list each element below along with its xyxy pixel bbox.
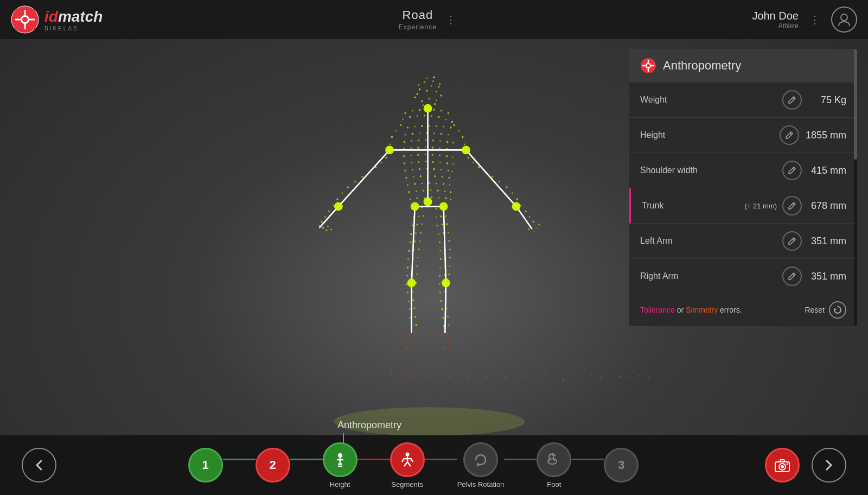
svg-point-253 <box>447 316 449 318</box>
athlete-info: John Doe Athlete <box>752 10 799 30</box>
step-3-button[interactable]: 3 <box>604 448 639 483</box>
step-2-button[interactable]: 2 <box>256 448 290 483</box>
svg-point-183 <box>410 242 411 243</box>
svg-point-310 <box>639 375 641 377</box>
svg-point-300 <box>543 375 545 377</box>
svg-point-293 <box>476 379 478 381</box>
svg-point-258 <box>442 340 444 342</box>
svg-point-298 <box>524 376 526 378</box>
svg-point-279 <box>424 198 432 206</box>
svg-point-85 <box>439 155 441 156</box>
svg-point-259 <box>448 340 449 341</box>
right-arm-edit-button[interactable] <box>782 266 802 286</box>
athlete-menu-dots[interactable]: ⋮ <box>809 13 820 26</box>
svg-point-164 <box>416 198 418 200</box>
svg-point-288 <box>428 377 430 379</box>
svg-point-29 <box>433 109 435 111</box>
segments-step-icon <box>399 451 416 468</box>
svg-point-141 <box>541 220 542 221</box>
segments-step-item: Segments <box>390 442 425 488</box>
athlete-name: John Doe <box>752 10 799 22</box>
svg-point-303 <box>572 376 573 378</box>
trunk-row: Trunk (+ 21 mm) 678 mm <box>629 188 857 224</box>
foot-step-button[interactable] <box>537 442 571 477</box>
shoulder-width-value: 415 mm <box>808 165 846 176</box>
height-step-button[interactable] <box>323 442 358 477</box>
reset-button[interactable]: Reset <box>805 301 846 319</box>
logo-icon <box>11 5 39 34</box>
svg-point-220 <box>440 215 442 218</box>
shoulder-width-row: Shoulder width 415 mm <box>629 153 857 188</box>
pelvis-step-icon <box>473 452 489 468</box>
svg-point-309 <box>629 378 631 379</box>
svg-point-70 <box>446 141 449 143</box>
svg-point-143 <box>413 176 414 177</box>
svg-point-67 <box>425 139 427 141</box>
svg-point-224 <box>446 223 448 225</box>
weight-value: 75 Kg <box>808 94 846 106</box>
svg-point-243 <box>438 284 440 285</box>
svg-point-234 <box>440 258 442 260</box>
svg-point-287 <box>419 379 420 380</box>
svg-point-228 <box>439 242 441 244</box>
svg-point-94 <box>446 162 449 164</box>
avatar[interactable] <box>831 7 857 33</box>
svg-point-308 <box>620 376 622 378</box>
svg-point-159 <box>430 189 432 191</box>
svg-point-95 <box>452 163 454 165</box>
svg-point-129 <box>512 192 513 194</box>
pelvis-step-button[interactable] <box>463 442 498 477</box>
segments-step-button[interactable] <box>390 442 425 477</box>
svg-point-182 <box>420 232 422 234</box>
svg-line-317 <box>793 168 794 170</box>
svg-point-194 <box>416 265 418 268</box>
svg-point-20 <box>418 84 419 86</box>
svg-point-140 <box>528 229 530 231</box>
svg-point-102 <box>448 170 450 172</box>
svg-point-146 <box>434 175 436 177</box>
scroll-bar[interactable] <box>854 49 857 326</box>
svg-line-333 <box>411 458 413 462</box>
svg-point-203 <box>408 300 410 302</box>
back-button[interactable] <box>22 448 56 483</box>
camera-button[interactable] <box>765 448 800 483</box>
step-1-button[interactable]: 1 <box>188 448 223 483</box>
svg-point-118 <box>322 227 324 229</box>
height-edit-button[interactable] <box>780 125 799 145</box>
svg-point-292 <box>467 376 469 378</box>
reset-icon <box>829 301 846 319</box>
trunk-edit-button[interactable] <box>782 196 802 215</box>
svg-point-66 <box>418 139 420 142</box>
forward-button[interactable] <box>812 448 846 483</box>
svg-point-3 <box>841 14 847 21</box>
left-arm-edit-button[interactable] <box>782 231 802 251</box>
svg-point-9 <box>424 81 426 84</box>
svg-point-35 <box>424 115 426 117</box>
svg-point-342 <box>781 465 784 468</box>
step-1-item: 1 <box>188 448 223 483</box>
svg-point-162 <box>450 191 452 193</box>
svg-point-121 <box>330 229 332 230</box>
svg-point-84 <box>432 154 434 156</box>
athlete-role: Athlete <box>778 22 799 30</box>
svg-point-119 <box>327 226 329 227</box>
svg-point-248 <box>440 300 442 302</box>
svg-line-266 <box>466 150 516 206</box>
svg-point-55 <box>443 126 444 128</box>
svg-point-260 <box>443 346 445 348</box>
svg-point-206 <box>413 307 416 309</box>
svg-point-280 <box>411 202 419 211</box>
svg-point-52 <box>421 125 423 128</box>
anthropometry-footer: Tollerance or Simmetry errors. Reset <box>629 294 857 326</box>
weight-edit-button[interactable] <box>782 90 802 110</box>
svg-point-93 <box>439 162 441 163</box>
shoulder-width-edit-button[interactable] <box>782 161 802 180</box>
experience-menu-dots[interactable]: ⋮ <box>445 13 456 26</box>
svg-point-89 <box>411 162 412 163</box>
logo-bikelab: BIKELAB <box>44 26 103 31</box>
svg-point-230 <box>448 240 450 242</box>
svg-point-47 <box>462 136 464 138</box>
svg-point-81 <box>410 155 412 156</box>
svg-point-210 <box>416 324 418 326</box>
svg-point-30 <box>441 110 442 112</box>
